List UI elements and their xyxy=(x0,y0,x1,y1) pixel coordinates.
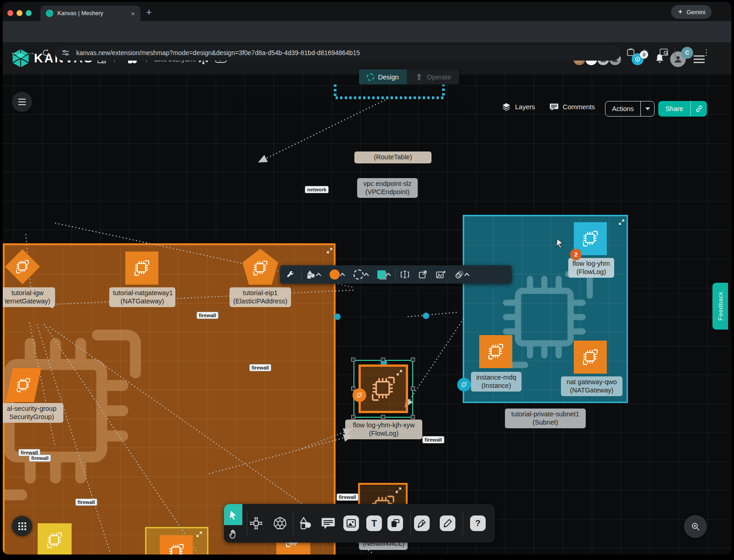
node-label-instance-mdq[interactable]: instance-mdq (Instance) xyxy=(471,372,521,392)
pencil-icon xyxy=(443,518,453,528)
sketch-tool[interactable] xyxy=(440,515,455,531)
node-label-route-table[interactable]: (RouteTable) xyxy=(354,151,431,163)
tab-design[interactable]: Design xyxy=(359,69,407,84)
bookmark-star-icon[interactable]: ☆ xyxy=(641,47,649,57)
selection-handle[interactable] xyxy=(381,358,385,362)
node-flow-log-gpt[interactable] xyxy=(160,535,193,554)
node-label-elastic-ip[interactable]: tutorial-eip1 (ElasticIPAddress) xyxy=(230,287,291,307)
shapes-tool[interactable] xyxy=(296,508,316,539)
edge-pen-tool[interactable] xyxy=(414,515,430,531)
subnet-region-expand-icon[interactable] xyxy=(619,218,624,227)
selection-handle[interactable] xyxy=(411,358,415,362)
link-icon xyxy=(695,105,703,113)
group-style-button[interactable] xyxy=(450,265,474,284)
kubernetes-tool[interactable] xyxy=(271,508,289,539)
add-image-button[interactable] xyxy=(431,265,450,284)
node-label-nat-gateway-qwo[interactable]: nat gateway-qwo (NATGateway) xyxy=(561,376,622,396)
circuit-icon xyxy=(249,516,263,530)
node-label-internet-gateway[interactable]: tutorial-igw ternetGateway) xyxy=(3,287,55,307)
hamburger-icon xyxy=(17,98,27,106)
shapes-menu-button[interactable] xyxy=(302,265,325,284)
chip-icon xyxy=(369,375,398,403)
chip-icon xyxy=(15,259,30,274)
selected-node-port-badge[interactable] xyxy=(353,388,366,402)
save-icon[interactable] xyxy=(626,48,635,57)
chip-icon xyxy=(581,348,600,366)
selection-handle[interactable] xyxy=(351,415,355,419)
node-instance-mdq-gnx[interactable] xyxy=(38,523,72,554)
fullscreen-window-button[interactable] xyxy=(26,10,32,16)
chip-icon xyxy=(167,543,185,554)
new-tab-button[interactable]: + xyxy=(146,6,152,18)
text-tool[interactable]: T xyxy=(366,515,382,531)
pan-tool[interactable] xyxy=(224,525,242,543)
node-instance-mdq[interactable] xyxy=(479,335,512,368)
selection-handle[interactable] xyxy=(411,415,415,419)
help-button[interactable]: ? xyxy=(470,515,486,531)
browser-window: network firewall firewall firewall firew… xyxy=(3,2,731,554)
node-label-flow-log-selected[interactable]: flow log-yhm-kjh-xyw (FlowLog) xyxy=(345,420,422,439)
selected-node-expand-icon[interactable] xyxy=(397,369,402,377)
border-style-button[interactable] xyxy=(349,265,373,284)
grid-dots-icon xyxy=(18,522,26,530)
reload-button[interactable] xyxy=(41,48,50,57)
selection-handle[interactable] xyxy=(351,358,355,362)
flow-log-gpt-expand-icon[interactable] xyxy=(196,531,202,539)
design-mode-icon xyxy=(367,73,374,81)
widgets-grid-button[interactable] xyxy=(12,516,32,536)
wrench-icon xyxy=(286,270,295,279)
image-icon xyxy=(346,519,356,528)
components-tool[interactable] xyxy=(248,508,264,539)
forward-button[interactable]: → xyxy=(27,47,35,57)
node-label-vpc-endpoint[interactable]: vpc endpoint-slz (VPCEndpoint) xyxy=(357,178,418,198)
edge-label-firewall: firewall xyxy=(29,454,51,462)
fill-color-button[interactable] xyxy=(325,265,349,284)
network-acl-expand-icon[interactable] xyxy=(396,487,401,495)
tab-search-icon[interactable] xyxy=(659,48,669,57)
mode-toggle: Design Operate xyxy=(359,69,459,84)
browser-tab[interactable]: Kanvas | Meshery × xyxy=(40,6,140,21)
selection-handle[interactable] xyxy=(411,386,415,391)
comment-tool[interactable] xyxy=(318,508,339,539)
feedback-tab[interactable]: Feedback xyxy=(712,283,728,330)
minimize-window-button[interactable] xyxy=(17,10,22,16)
configure-button[interactable] xyxy=(280,265,301,284)
flow-log-yhm-count-badge[interactable]: 2 xyxy=(570,249,582,260)
comments-button[interactable]: Comments xyxy=(549,102,595,112)
node-label-security-group[interactable]: al-security-group SecurityGroup) xyxy=(3,403,63,423)
node-nat-gateway-qwo[interactable] xyxy=(574,341,607,374)
actions-button[interactable]: Actions xyxy=(605,101,640,116)
layers-button[interactable]: Layers xyxy=(501,102,535,112)
copy-link-button[interactable] xyxy=(690,101,707,117)
hand-icon xyxy=(229,529,238,539)
node-label-nat-gateway-1[interactable]: tutorial-natgateway1 (NATGateway) xyxy=(109,287,175,307)
close-window-button[interactable] xyxy=(7,10,13,16)
node-label-flow-log-yhm[interactable]: flow log-yhm (FlowLog) xyxy=(568,258,614,278)
sparkle-icon xyxy=(677,9,684,15)
canvas-menu-button[interactable] xyxy=(12,92,32,112)
site-settings-icon[interactable] xyxy=(62,49,70,57)
browser-menu-icon[interactable]: ⋮ xyxy=(702,48,710,57)
profile-avatar[interactable]: C xyxy=(681,47,693,59)
address-bar[interactable]: kanvas.new/extension/meshmap?mode=design… xyxy=(55,45,621,61)
vpc-region-expand-icon[interactable] xyxy=(327,247,332,255)
subnet-port-badge[interactable] xyxy=(457,378,471,392)
tab-close-icon[interactable]: × xyxy=(131,10,135,17)
node-label-private-subnet[interactable]: tutorial-private-subnet1 (Subnet) xyxy=(505,409,586,428)
edge-label-firewall: firewall xyxy=(196,312,219,319)
share-button[interactable]: Share xyxy=(658,101,690,117)
gemini-button[interactable]: Gemini xyxy=(671,5,712,19)
selection-handle[interactable] xyxy=(381,415,385,419)
zoom-button[interactable] xyxy=(684,515,707,538)
node-nat-gateway-1[interactable] xyxy=(125,252,158,285)
image-tool[interactable] xyxy=(343,515,359,531)
actions-dropdown-button[interactable] xyxy=(640,101,654,116)
shape-tool[interactable] xyxy=(387,515,403,531)
rename-button[interactable] xyxy=(396,265,414,284)
open-in-new-button[interactable] xyxy=(414,265,431,284)
design-canvas[interactable]: network firewall firewall firewall firew… xyxy=(3,74,731,554)
back-button[interactable]: ← xyxy=(10,47,19,57)
tab-operate[interactable]: Operate xyxy=(407,69,459,84)
select-tool[interactable] xyxy=(224,504,242,525)
shape-color-button[interactable] xyxy=(373,265,395,284)
